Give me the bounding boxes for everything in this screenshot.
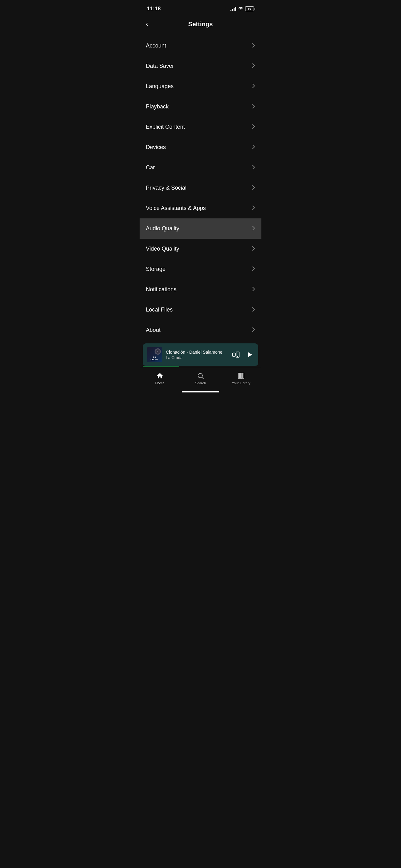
search-icon xyxy=(196,372,205,380)
album-art: a LACRUDA xyxy=(147,347,162,362)
svg-point-3 xyxy=(237,356,238,357)
settings-item-storage[interactable]: Storage xyxy=(140,259,261,279)
home-icon xyxy=(156,372,164,380)
settings-item-playback[interactable]: Playback xyxy=(140,97,261,117)
track-artist: La Cruda xyxy=(166,355,231,360)
settings-item-voice-assistants[interactable]: Voice Assistants & Apps xyxy=(140,198,261,218)
status-icons: 60 xyxy=(231,6,254,11)
settings-item-label-local-files: Local Files xyxy=(146,307,173,313)
page-title: Settings xyxy=(188,21,213,28)
chevron-right-icon xyxy=(252,185,255,191)
settings-item-account[interactable]: Account xyxy=(140,36,261,56)
settings-item-label-data-saver: Data Saver xyxy=(146,63,174,69)
svg-point-2 xyxy=(233,356,234,357)
progress-bar xyxy=(143,366,179,367)
chevron-right-icon xyxy=(252,307,255,313)
track-title: Clonación - Daniel Salamone xyxy=(166,350,231,354)
tab-home-label: Home xyxy=(155,381,164,385)
chevron-right-icon xyxy=(252,286,255,293)
now-playing-left: a LACRUDA Clonación - Daniel Salamone La… xyxy=(147,347,231,362)
svg-rect-9 xyxy=(243,373,244,379)
chevron-right-icon xyxy=(252,84,255,90)
settings-item-label-video-quality: Video Quality xyxy=(146,246,179,252)
settings-item-label-car: Car xyxy=(146,164,155,171)
signal-icon xyxy=(231,6,236,11)
settings-item-label-audio-quality: Audio Quality xyxy=(146,225,179,232)
now-playing-controls xyxy=(231,350,254,359)
settings-item-languages[interactable]: Languages xyxy=(140,76,261,97)
settings-item-label-about: About xyxy=(146,327,161,333)
settings-item-label-account: Account xyxy=(146,42,166,49)
play-button[interactable] xyxy=(245,350,254,359)
tab-home[interactable]: Home xyxy=(140,372,180,386)
svg-line-6 xyxy=(202,377,204,379)
svg-rect-8 xyxy=(240,373,242,379)
status-bar: 11:18 60 xyxy=(140,0,261,16)
chevron-right-icon xyxy=(252,104,255,110)
svg-rect-7 xyxy=(238,373,239,379)
chevron-right-icon xyxy=(252,327,255,333)
wifi-icon xyxy=(238,6,243,11)
settings-item-privacy-social[interactable]: Privacy & Social xyxy=(140,178,261,198)
bottom-tab-bar: Home Search Your Library xyxy=(140,368,261,389)
tab-library-label: Your Library xyxy=(232,381,250,385)
now-playing-bar[interactable]: a LACRUDA Clonación - Daniel Salamone La… xyxy=(143,343,258,366)
settings-item-audio-quality[interactable]: Audio Quality xyxy=(140,218,261,239)
settings-item-data-saver[interactable]: Data Saver xyxy=(140,56,261,76)
tab-search-label: Search xyxy=(195,381,206,385)
settings-item-explicit-content[interactable]: Explicit Content xyxy=(140,117,261,137)
chevron-right-icon xyxy=(252,266,255,273)
settings-item-label-privacy-social: Privacy & Social xyxy=(146,185,187,191)
chevron-right-icon xyxy=(252,226,255,232)
settings-item-about[interactable]: About xyxy=(140,320,261,340)
chevron-right-icon xyxy=(252,63,255,69)
settings-item-label-explicit-content: Explicit Content xyxy=(146,124,185,130)
svg-point-5 xyxy=(198,373,202,378)
svg-rect-0 xyxy=(232,353,235,356)
track-info: Clonación - Daniel Salamone La Cruda xyxy=(166,350,231,360)
settings-item-car[interactable]: Car xyxy=(140,157,261,178)
tab-your-library[interactable]: Your Library xyxy=(221,372,261,386)
tab-search[interactable]: Search xyxy=(180,372,221,386)
status-time: 11:18 xyxy=(147,6,161,12)
svg-marker-4 xyxy=(248,352,252,357)
settings-item-label-voice-assistants: Voice Assistants & Apps xyxy=(146,205,206,212)
settings-item-devices[interactable]: Devices xyxy=(140,137,261,157)
settings-item-notifications[interactable]: Notifications xyxy=(140,279,261,300)
settings-item-label-storage: Storage xyxy=(146,266,166,273)
header: ‹ Settings xyxy=(140,16,261,36)
chevron-right-icon xyxy=(252,124,255,130)
chevron-right-icon xyxy=(252,165,255,171)
home-indicator xyxy=(182,391,219,393)
settings-item-video-quality[interactable]: Video Quality xyxy=(140,239,261,259)
settings-item-label-notifications: Notifications xyxy=(146,286,176,293)
battery-icon: 60 xyxy=(245,6,254,11)
settings-item-local-files[interactable]: Local Files xyxy=(140,300,261,320)
settings-list: Account Data Saver Languages Playback Ex… xyxy=(140,36,261,340)
chevron-right-icon xyxy=(252,205,255,212)
settings-item-label-devices: Devices xyxy=(146,144,166,151)
chevron-right-icon xyxy=(252,43,255,49)
chevron-right-icon xyxy=(252,246,255,252)
settings-item-label-languages: Languages xyxy=(146,83,174,90)
settings-item-label-playback: Playback xyxy=(146,103,169,110)
library-icon xyxy=(237,372,245,380)
chevron-right-icon xyxy=(252,144,255,151)
connect-device-icon[interactable] xyxy=(231,350,240,359)
back-button[interactable]: ‹ xyxy=(146,19,151,29)
